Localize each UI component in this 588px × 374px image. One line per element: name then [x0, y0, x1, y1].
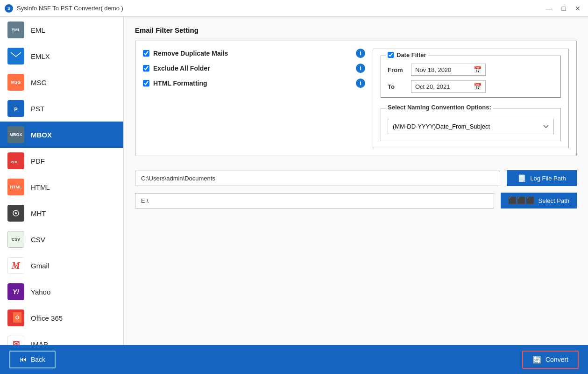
from-date-input[interactable]: Nov 18, 2020 📅	[411, 64, 486, 76]
right-panel: Email Filter Setting Remove Duplicate Ma…	[124, 17, 588, 345]
title-bar-text: SysInfo NSF To PST Converter( demo )	[17, 5, 543, 12]
app-icon: S	[5, 4, 13, 13]
close-button[interactable]: ✕	[572, 4, 583, 13]
log-path-row: 🗒️ Log File Path	[135, 170, 577, 186]
to-date-row: To Oct 20, 2021 📅	[388, 80, 554, 93]
svg-text:O: O	[15, 315, 20, 320]
svg-point-7	[15, 212, 17, 214]
sidebar-item-pst[interactable]: PPST	[0, 95, 123, 122]
sidebar-item-mbox[interactable]: MBOXMBOX	[0, 122, 123, 148]
svg-text:PDF: PDF	[11, 160, 18, 164]
from-calendar-icon: 📅	[474, 66, 482, 73]
emlx-label: EMLX	[31, 52, 50, 60]
yahoo-label: Yahoo	[31, 288, 50, 296]
msg-label: MSG	[31, 79, 47, 86]
title-bar: S SysInfo NSF To PST Converter( demo ) —…	[0, 0, 588, 17]
mht-icon	[7, 205, 24, 222]
log-path-input[interactable]	[135, 171, 500, 186]
pdf-icon: PDF	[7, 152, 24, 169]
sidebar: EMLEMLEMLXMSGMSGPPSTMBOXMBOXPDFPDFHTMLHT…	[0, 17, 124, 345]
output-path-input[interactable]	[135, 193, 494, 209]
date-filter-label: Date Filter	[397, 51, 426, 58]
html-label: HTML	[31, 183, 50, 191]
label-htmlFormatting: HTML Formatting	[153, 79, 207, 87]
eml-label: EML	[31, 26, 45, 34]
sidebar-item-mht[interactable]: MHT	[0, 200, 123, 226]
sidebar-item-emlx[interactable]: EMLX	[0, 43, 123, 69]
to-calendar-icon: 📅	[474, 83, 482, 90]
to-label: To	[388, 83, 406, 90]
back-button[interactable]: ⏮ Back	[9, 351, 56, 368]
pdf-label: PDF	[31, 157, 45, 165]
sidebar-item-csv[interactable]: CSVCSV	[0, 226, 123, 252]
gmail-icon: M	[7, 257, 24, 274]
pst-label: PST	[31, 105, 44, 113]
csv-label: CSV	[31, 236, 45, 244]
imap-label: IMAP	[31, 340, 48, 345]
minimize-button[interactable]: —	[543, 4, 555, 13]
info-icon-removeDuplicate[interactable]: i	[356, 49, 365, 58]
naming-convention-select[interactable]: (MM-DD-YYYY)Date_From_Subject(DD-MM-YYYY…	[388, 119, 554, 134]
pst-icon: P	[7, 100, 24, 117]
html-icon: HTML	[7, 179, 24, 195]
log-icon: 🗒️	[517, 174, 526, 182]
filter-option-htmlFormatting: HTML Formattingi	[143, 79, 365, 88]
path-section: 🗒️ Log File Path ⬛⬛⬛ Select Path	[135, 170, 577, 209]
sidebar-item-office365[interactable]: OOffice 365	[0, 305, 123, 331]
bottom-bar: ⏮ Back 🔄 Convert	[0, 345, 588, 374]
title-bar-controls: — □ ✕	[543, 4, 583, 13]
convert-icon: 🔄	[532, 355, 542, 364]
sidebar-item-gmail[interactable]: MGmail	[0, 252, 123, 279]
info-icon-excludeAllFolder[interactable]: i	[356, 64, 365, 73]
main-content: EMLEMLEMLXMSGMSGPPSTMBOXMBOXPDFPDFHTMLHT…	[0, 17, 588, 345]
office365-icon: O	[7, 309, 24, 326]
date-filter-section: Date Filter From Nov 18, 2020 📅 To Oct 2…	[381, 56, 561, 98]
eml-icon: EML	[7, 22, 24, 38]
sidebar-item-eml[interactable]: EMLEML	[0, 17, 123, 43]
info-icon-htmlFormatting[interactable]: i	[356, 79, 365, 88]
checkbox-excludeAllFolder[interactable]	[143, 65, 149, 72]
mbox-icon: MBOX	[7, 126, 24, 143]
sidebar-item-imap[interactable]: ✉IMAP	[0, 331, 123, 345]
naming-legend: Select Naming Convention Options:	[386, 104, 493, 111]
emlx-icon	[7, 48, 24, 65]
select-path-button[interactable]: ⬛⬛⬛ Select Path	[501, 193, 577, 209]
to-date-input[interactable]: Oct 20, 2021 📅	[411, 80, 486, 93]
section-title: Email Filter Setting	[135, 26, 577, 34]
date-filter-checkbox[interactable]	[388, 52, 394, 58]
maximize-button[interactable]: □	[559, 4, 568, 13]
msg-icon: MSG	[7, 74, 24, 91]
output-path-row: ⬛⬛⬛ Select Path	[135, 193, 577, 209]
gmail-label: Gmail	[31, 262, 49, 270]
checkbox-removeDuplicate[interactable]	[143, 50, 149, 57]
imap-icon: ✉	[7, 336, 24, 345]
log-file-path-button[interactable]: 🗒️ Log File Path	[507, 170, 577, 186]
checkbox-htmlFormatting[interactable]	[143, 80, 149, 86]
sidebar-item-pdf[interactable]: PDFPDF	[0, 148, 123, 174]
select-path-icon: ⬛⬛⬛	[508, 196, 535, 205]
mht-label: MHT	[31, 209, 46, 217]
sidebar-item-msg[interactable]: MSGMSG	[0, 69, 123, 95]
label-removeDuplicate: Remove Duplicate Mails	[153, 50, 228, 57]
from-label: From	[388, 66, 406, 73]
filter-option-excludeAllFolder: Exclude All Folderi	[143, 64, 365, 73]
filter-option-removeDuplicate: Remove Duplicate Mailsi	[143, 49, 365, 58]
label-excludeAllFolder: Exclude All Folder	[153, 65, 210, 72]
office365-label: Office 365	[31, 314, 63, 322]
filter-right: Date Filter From Nov 18, 2020 📅 To Oct 2…	[373, 49, 569, 148]
email-filter-box: Remove Duplicate MailsiExclude All Folde…	[135, 41, 577, 156]
svg-text:P: P	[14, 107, 17, 112]
back-icon: ⏮	[20, 355, 27, 364]
date-filter-legend: Date Filter	[386, 51, 428, 58]
naming-convention-section: Select Naming Convention Options: (MM-DD…	[381, 108, 561, 141]
filter-options: Remove Duplicate MailsiExclude All Folde…	[143, 49, 365, 148]
convert-button[interactable]: 🔄 Convert	[522, 351, 579, 369]
mbox-label: MBOX	[31, 131, 52, 139]
sidebar-item-yahoo[interactable]: Y!Yahoo	[0, 279, 123, 305]
csv-icon: CSV	[7, 231, 24, 248]
sidebar-item-html[interactable]: HTMLHTML	[0, 174, 123, 200]
yahoo-icon: Y!	[7, 283, 24, 300]
from-date-row: From Nov 18, 2020 📅	[388, 64, 554, 76]
